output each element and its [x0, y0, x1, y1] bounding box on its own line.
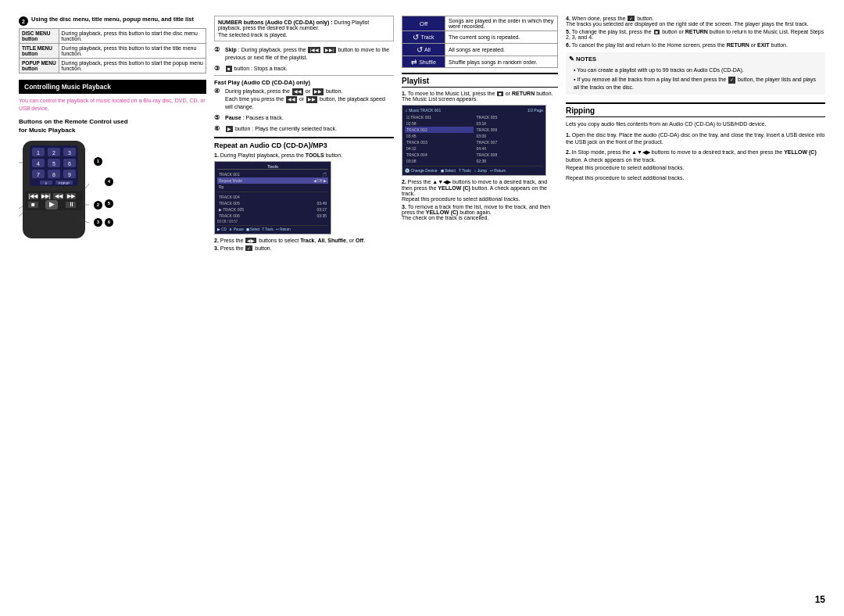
repeat-step1: 1. During Playlist playback, press the T… [214, 152, 394, 158]
disc-menu-label: DISC MENUbutton [20, 29, 59, 44]
ctrl-music-box: Controlling Music Playback [19, 80, 206, 94]
main-content: 2 Using the disc menu, title menu, popup… [19, 16, 825, 600]
table-row: POPUP MENUbutton During playback, press … [20, 59, 206, 73]
track-row: 03:18 [475, 120, 544, 127]
table-row: TITLE MENUbutton During playback, press … [20, 44, 206, 59]
svg-text:POPUP: POPUP [59, 181, 70, 184]
item-5: ⑤ Pause : Pauses a track. [214, 114, 394, 122]
repeat-title: Repeat an Audio CD (CD-DA)/MP3 [214, 141, 394, 149]
track-row: 02:58 [405, 120, 474, 127]
repeat-track-icon: ↺ Track [402, 31, 445, 44]
track-row: TRACK 002 [405, 127, 474, 133]
repeat-step3: 3. Press the ✓ button. [214, 245, 394, 251]
repeat-all-icon: ↺ All [402, 44, 445, 56]
disc-menu-title: Using the disc menu, title menu, popup m… [31, 16, 194, 24]
track-row: 04:12 [405, 145, 474, 152]
svg-text:3: 3 [68, 150, 71, 156]
item-4: ④ During playback, press the ◀◀ or ▶▶ bu… [214, 88, 394, 110]
tools-title: Tools [217, 164, 328, 170]
tools-row: TRACK 001 🎵 [217, 171, 328, 177]
remote-control-svg: 1 2 3 4 5 6 7 8 [19, 139, 89, 241]
track-row: ☑ TRACK 001 [405, 114, 474, 120]
track-row: TRACK 007 [475, 139, 544, 145]
page: 2 Using the disc menu, title menu, popup… [0, 0, 844, 616]
callout-6: 6 [105, 217, 116, 227]
repeat-off-desc: Songs are played in the order in which t… [445, 16, 558, 31]
track-row: TRACK 003 [405, 139, 474, 145]
tools-track5: TRACK 00503:49 [217, 200, 328, 206]
svg-text:|◀◀: |◀◀ [29, 193, 39, 199]
playlist-step3: 3. To remove a track from the list, move… [402, 204, 558, 220]
tools-track4: TRACK 004 [217, 194, 328, 200]
tools-row-repeat: Repeat Mode ◀ Off ▶ [217, 177, 328, 184]
svg-text:▶▶: ▶▶ [67, 193, 76, 199]
item-3: ③ ■ button : Stops a track. [214, 65, 394, 73]
track-row: TRACK 008 [475, 152, 544, 158]
table-row-track: ↺ Track The current song is repeated. [402, 31, 558, 44]
svg-text:9: 9 [68, 172, 71, 177]
ripping-title: Ripping [566, 106, 825, 117]
track-row: 03:08 [405, 158, 474, 164]
svg-text:6: 6 [68, 161, 71, 167]
number-header-text: NUMBER buttons (Audio CD (CD-DA) only) : [218, 20, 333, 25]
ctrl-music-label: Controlling Music Playback [24, 83, 111, 91]
track-row: TRACK 005 [475, 114, 544, 120]
table-row-shuffle: ⇄ Shuffle Shuffle plays songs in random … [402, 56, 558, 68]
ripping-step1: 1. Open the disc tray. Place the audio (… [566, 131, 825, 147]
table-row-all: ↺ All All songs are repeated. [402, 44, 558, 56]
ripping-step2: 2. In Stop mode, press the ▲▼◀▶ buttons … [566, 149, 825, 171]
playlist-step1: 1. To move to the Music List, press the … [402, 91, 558, 102]
page-number: 15 [815, 594, 825, 605]
disc-menu-table: DISC MENUbutton During playback, press t… [19, 28, 206, 73]
tools-row-rp: Rp [217, 184, 328, 190]
remote-area: 1 2 3 4 5 6 7 8 [19, 139, 206, 241]
repeat-track-desc: The current song is repeated. [445, 31, 558, 44]
ctrl-music-desc: You can control the playback of music lo… [19, 97, 206, 113]
tracks-right: TRACK 005 03:18 TRACK 006 03:09 TRACK 00… [475, 114, 544, 164]
track-row: 03:45 [405, 133, 474, 139]
svg-text:■: ■ [31, 201, 35, 208]
track-row: 04:44 [475, 145, 544, 152]
playlist-title: Playlist [402, 77, 558, 88]
callout-4: 4 [105, 177, 116, 186]
tools-bottom: ▶ CD ⏸ Pause ◼ Select T Tools ↩ Return [217, 225, 328, 231]
item-2: ② Skip : During playback, press the |◀◀ … [214, 46, 394, 62]
svg-text:▶▶|: ▶▶| [41, 193, 51, 199]
track-columns: ☑ TRACK 001 02:58 TRACK 002 03:45 TRACK … [405, 114, 543, 164]
step-num-2: 2 [19, 16, 28, 26]
repeat-off-icon: Off [402, 16, 445, 31]
svg-text:7: 7 [37, 172, 40, 177]
col4-step5: 5. To change the play list, press the ■ … [566, 29, 825, 40]
repeat-options-table: Off Songs are played in the order in whi… [402, 16, 558, 68]
tools-screen: Tools TRACK 001 🎵 Repeat Mode ◀ Off ▶ Rp [214, 161, 331, 235]
callout-1: 1 [94, 156, 106, 166]
column-4: 4. When done, press the ✓ button. The tr… [566, 16, 825, 600]
svg-text:1: 1 [37, 150, 40, 156]
track-row: TRACK 006 [475, 127, 544, 133]
svg-text:5: 5 [52, 161, 55, 167]
popup-menu-label: POPUP MENUbutton [20, 59, 59, 73]
screen-bottom: 💿 Change Device ◼ Select T Tools ↕ Jump … [405, 166, 543, 173]
music-list-screen: ♫ Music TRACK 001 1/2 Page ☑ TRACK 001 0… [402, 105, 546, 176]
ripping-section: Ripping Lets you copy audio files conten… [566, 102, 825, 182]
svg-text:◀◀: ◀◀ [55, 193, 63, 199]
title-menu-content: During playback, press this button to st… [59, 44, 206, 59]
disc-menu-content: During playback, press this button to st… [59, 29, 206, 44]
number-header: NUMBER buttons (Audio CD (CD-DA) only) :… [218, 20, 390, 30]
col4-step4: 4. When done, press the ✓ button. The tr… [566, 16, 825, 27]
column-3: Off Songs are played in the order in whi… [402, 16, 558, 600]
table-row-off: Off Songs are played in the order in whi… [402, 16, 558, 31]
track-row: TRACK 004 [405, 152, 474, 158]
tools-time: 00:08 / 00:57 [217, 220, 328, 224]
ripping-desc: Lets you copy audio files contents from … [566, 120, 825, 128]
repeat-shuffle-desc: Shuffle plays songs in random order. [445, 56, 558, 68]
svg-text:2: 2 [52, 150, 55, 156]
section-disc-menu-header: 2 Using the disc menu, title menu, popup… [19, 16, 206, 26]
popup-menu-content: During playback, press this button to st… [59, 59, 206, 73]
column-1: 2 Using the disc menu, title menu, popup… [19, 16, 206, 600]
callout-5: 5 [105, 199, 116, 208]
number-buttons-box: NUMBER buttons (Audio CD (CD-DA) only) :… [214, 16, 394, 41]
col4-step6: 6. To cancel the play list and return to… [566, 42, 825, 48]
ripping-step3: Repeat this procedure to select addition… [566, 174, 825, 182]
callout-3: 3 [94, 217, 106, 227]
